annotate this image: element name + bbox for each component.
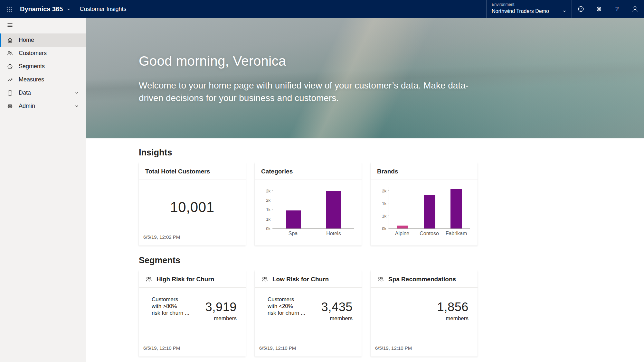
- x-axis-label: Alpine: [389, 231, 416, 237]
- segment-numbers: 1,856 members: [437, 300, 469, 322]
- card-timestamp: 6/5/19, 12:10 PM: [255, 345, 362, 357]
- x-axis-label: Hotels: [313, 231, 354, 237]
- main-content: Insights Total Hotel Customers 10,001 6/…: [86, 138, 644, 362]
- card-title: Total Hotel Customers: [139, 162, 246, 180]
- segment-member-count: 1,856: [437, 300, 469, 314]
- segment-description: Customers with >80% risk for churn ...: [152, 296, 189, 322]
- bar-hotels: [326, 191, 341, 228]
- segment-card-low-risk-for-churn[interactable]: Low Risk for Churn Customers with <20% r…: [255, 270, 362, 357]
- welcome-message: Welcome to your home page with unified v…: [139, 79, 470, 104]
- pie-segment-icon: [7, 63, 13, 70]
- collapse-menu-button[interactable]: [0, 18, 86, 32]
- gear-icon: [7, 103, 13, 109]
- segment-card-spa-recommendations[interactable]: Spa Recommendations 1,856 members 6/5/19…: [371, 270, 478, 357]
- sidebar-item-customers[interactable]: Customers: [0, 47, 86, 60]
- sidebar-item-segments[interactable]: Segments: [0, 60, 86, 73]
- feedback-button[interactable]: [572, 0, 590, 18]
- sidebar-item-admin[interactable]: Admin: [0, 99, 86, 113]
- kpi-card-total-hotel-customers[interactable]: Total Hotel Customers 10,001 6/5/19, 12:…: [139, 162, 246, 246]
- hamburger-icon: [7, 22, 13, 28]
- home-icon: [7, 37, 13, 43]
- hero-banner: Good morning, Veronica Welcome to your h…: [86, 18, 644, 138]
- segment-member-unit: members: [437, 315, 469, 322]
- hero-text-block: Good morning, Veronica Welcome to your h…: [139, 53, 470, 104]
- chevron-down-icon[interactable]: [67, 7, 71, 11]
- y-axis-tick-label: 0k: [374, 227, 386, 231]
- top-navigation-bar: Dynamics 365 Customer Insights Environme…: [0, 0, 644, 18]
- chevron-down-icon: [75, 104, 79, 108]
- y-axis-tick-label: 1k: [258, 208, 270, 212]
- question-mark-icon: ?: [615, 5, 619, 13]
- card-title-text: Low Risk for Churn: [272, 275, 329, 283]
- chart-plot-area: 0k1k1k2k2k: [273, 187, 354, 229]
- segments-section-heading: Segments: [139, 255, 644, 266]
- kpi-value: 10,001: [170, 199, 214, 215]
- card-timestamp: 6/5/19, 12:10 PM: [139, 345, 246, 357]
- bar-alpine: [397, 226, 408, 228]
- bar-contoso: [424, 195, 435, 228]
- left-navigation-sidebar: Home Customers Segments: [0, 18, 86, 362]
- card-timestamp: 6/5/19, 12:10 PM: [371, 345, 478, 357]
- card-title: Categories: [255, 162, 362, 180]
- people-icon: [7, 50, 13, 57]
- card-title: Brands: [371, 162, 478, 180]
- sidebar-item-label: Segments: [19, 63, 45, 70]
- people-icon: [377, 276, 384, 283]
- insights-section-heading: Insights: [139, 147, 644, 158]
- insights-cards-row: Total Hotel Customers 10,001 6/5/19, 12:…: [139, 162, 644, 246]
- y-axis-tick-label: 2k: [258, 198, 270, 202]
- chart-card-brands[interactable]: Brands 0k1k1k2kAlpineContosoFabrikam: [371, 162, 478, 246]
- segment-numbers: 3,919 members: [205, 300, 237, 322]
- people-icon: [261, 276, 268, 283]
- segment-body: Customers with <20% risk for churn ... 3…: [255, 288, 362, 322]
- sidebar-item-label: Measures: [19, 76, 44, 83]
- card-timestamp: 6/5/19, 12:02 PM: [139, 234, 246, 246]
- segment-member-unit: members: [205, 315, 237, 322]
- help-button[interactable]: ?: [608, 0, 626, 18]
- segment-numbers: 3,435 members: [321, 300, 353, 322]
- segments-cards-row: High Risk for Churn Customers with >80% …: [139, 270, 644, 357]
- y-axis-tick-label: 1k: [374, 201, 386, 205]
- account-button[interactable]: [626, 0, 644, 18]
- y-axis-tick-label: 1k: [258, 217, 270, 221]
- card-title: Spa Recommendations: [371, 270, 478, 288]
- x-axis-label: Contoso: [416, 231, 443, 237]
- bar-spa: [286, 210, 301, 228]
- chevron-down-icon: [563, 9, 566, 13]
- segment-description: Customers with <20% risk for churn ...: [268, 296, 305, 322]
- settings-button[interactable]: [590, 0, 608, 18]
- chart-card-categories[interactable]: Categories 0k1k1k2k2kSpaHotels: [255, 162, 362, 246]
- sidebar-item-label: Data: [19, 89, 31, 96]
- kpi-body: 10,001: [139, 180, 246, 234]
- waffle-icon: [6, 6, 12, 12]
- sidebar-item-label: Admin: [19, 103, 35, 109]
- card-title-text: Brands: [377, 168, 398, 175]
- x-axis-label: Fabrikam: [443, 231, 470, 237]
- card-title-text: Total Hotel Customers: [145, 168, 210, 175]
- card-title: High Risk for Churn: [139, 270, 246, 288]
- card-title-text: Spa Recommendations: [388, 275, 456, 283]
- segment-body: Customers with >80% risk for churn ... 3…: [139, 288, 246, 322]
- categories-bar-chart: 0k1k1k2k2kSpaHotels: [273, 187, 354, 237]
- smiley-icon: [577, 5, 584, 13]
- x-axis-label: Spa: [273, 231, 313, 237]
- sidebar-item-home[interactable]: Home: [0, 33, 86, 47]
- brands-bar-chart: 0k1k1k2kAlpineContosoFabrikam: [389, 187, 470, 237]
- segment-member-count: 3,435: [321, 300, 353, 314]
- y-axis-tick-label: 2k: [374, 189, 386, 193]
- sidebar-item-data[interactable]: Data: [0, 86, 86, 99]
- card-title-text: High Risk for Churn: [156, 275, 214, 283]
- sidebar-item-label: Customers: [19, 50, 47, 57]
- environment-value: Northwind Traders Demo: [492, 8, 549, 14]
- sidebar-item-measures[interactable]: Measures: [0, 73, 86, 86]
- environment-picker[interactable]: Environment Northwind Traders Demo: [486, 0, 572, 18]
- segment-body: 1,856 members: [371, 288, 478, 322]
- segment-card-high-risk-for-churn[interactable]: High Risk for Churn Customers with >80% …: [139, 270, 246, 357]
- chart-plot-area: 0k1k1k2k: [389, 187, 470, 229]
- app-launcher-button[interactable]: [0, 0, 18, 18]
- sidebar-item-label: Home: [19, 37, 34, 43]
- app-title[interactable]: Dynamics 365: [20, 5, 63, 13]
- card-title: Low Risk for Churn: [255, 270, 362, 288]
- bar-fabrikam: [450, 189, 462, 228]
- chevron-down-icon: [75, 91, 79, 95]
